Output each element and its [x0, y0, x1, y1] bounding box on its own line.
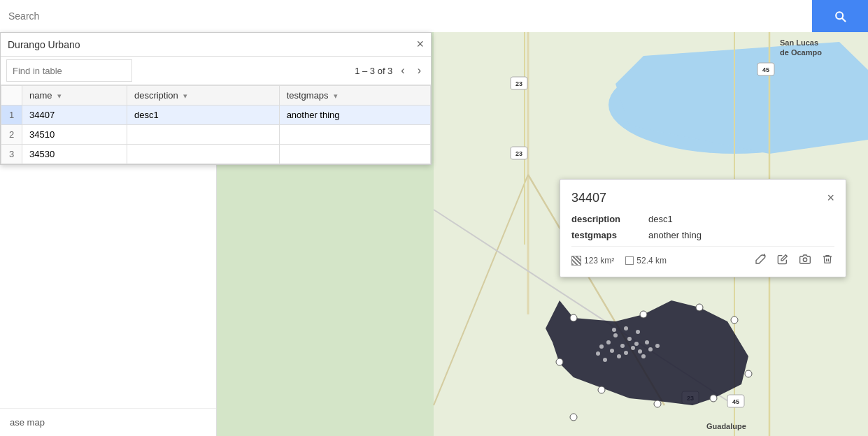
photo-button[interactable]	[798, 252, 812, 268]
col-sort-icon-desc: ▾	[183, 92, 187, 100]
svg-point-34	[606, 340, 611, 344]
svg-point-39	[610, 349, 614, 353]
svg-point-38	[634, 342, 639, 346]
pagination: 1 – 3 of 3 ‹ ›	[355, 63, 425, 78]
popup-row-description: description desc1	[571, 214, 834, 224]
svg-point-44	[645, 340, 649, 344]
popup-stats: 123 km² 52.4 km	[571, 246, 834, 268]
row-testgmaps-2[interactable]	[279, 145, 430, 164]
top-search-bar	[0, 0, 868, 32]
popup-stat-perimeter-value: 52.4 km	[636, 256, 667, 266]
table-row-0[interactable]: 1 34407 desc1 another thing	[1, 106, 431, 125]
popup-header: 34407 ×	[571, 191, 834, 205]
row-description-1[interactable]	[127, 125, 279, 145]
svg-point-25	[570, 314, 577, 321]
row-name-1[interactable]: 34510	[22, 125, 127, 145]
svg-point-46	[599, 344, 604, 349]
edit-button[interactable]	[776, 252, 790, 268]
row-num-1: 2	[1, 125, 22, 145]
popup-title: 34407	[571, 191, 606, 205]
svg-text:45: 45	[732, 398, 739, 405]
col-sort-icon-name: ▾	[57, 92, 62, 100]
table-col-description[interactable]: description ▾	[127, 86, 279, 106]
row-testgmaps-0[interactable]: another thing	[279, 106, 430, 125]
table-header-row: name ▾ description ▾ testgmaps ▾	[1, 86, 431, 106]
popup-row-testgmaps: testgmaps another thing	[571, 230, 834, 240]
pagination-next-button[interactable]: ›	[413, 63, 425, 78]
svg-point-31	[654, 400, 661, 407]
col-sort-icon-test: ▾	[334, 92, 338, 100]
svg-point-42	[631, 346, 635, 350]
table-close-button[interactable]: ×	[416, 37, 424, 52]
paint-icon	[755, 254, 766, 265]
svg-point-53	[636, 330, 640, 334]
feature-popup: 34407 × description desc1 testgmaps anot…	[560, 179, 846, 277]
svg-point-27	[696, 304, 703, 311]
popup-stat-area: 123 km²	[571, 256, 614, 266]
popup-label-description: description	[571, 214, 648, 224]
popup-stat-perimeter: 52.4 km	[625, 256, 667, 266]
area-stripe-icon	[571, 256, 581, 266]
row-num-2: 3	[1, 145, 22, 164]
svg-point-49	[641, 354, 646, 358]
svg-point-45	[648, 347, 653, 351]
sidebar-basemap[interactable]: ase map	[0, 408, 216, 436]
paint-button[interactable]	[753, 252, 767, 268]
search-icon	[833, 9, 847, 23]
delete-icon	[822, 254, 833, 265]
table-panel-title: Durango Urbano	[8, 39, 80, 50]
popup-value-testgmaps: another thing	[648, 230, 702, 240]
svg-point-57	[803, 258, 806, 261]
svg-point-26	[640, 311, 647, 318]
svg-point-37	[627, 337, 632, 341]
table-col-testgmaps[interactable]: testgmaps ▾	[279, 86, 430, 106]
delete-button[interactable]	[820, 252, 834, 268]
pagination-prev-button[interactable]: ‹	[397, 63, 408, 78]
row-testgmaps-1[interactable]	[279, 125, 430, 145]
top-search-button[interactable]	[812, 0, 868, 32]
perimeter-square-icon	[625, 256, 634, 265]
svg-point-51	[612, 328, 616, 332]
edit-icon	[777, 254, 788, 265]
svg-point-36	[620, 344, 625, 348]
table-row-1[interactable]: 2 34510	[1, 125, 431, 145]
svg-point-32	[598, 386, 605, 393]
row-description-0[interactable]: desc1	[127, 106, 279, 125]
svg-point-47	[596, 351, 600, 356]
svg-point-30	[710, 395, 717, 402]
svg-text:San Lucas: San Lucas	[780, 38, 818, 47]
svg-point-29	[745, 370, 752, 377]
table-panel: Durango Urbano × 1 – 3 of 3 ‹ › name ▾ d…	[0, 32, 432, 165]
svg-point-48	[603, 358, 607, 362]
row-description-2[interactable]	[127, 145, 279, 164]
table-row-2[interactable]: 3 34530	[1, 145, 431, 164]
svg-point-50	[655, 344, 660, 348]
svg-point-35	[613, 333, 618, 337]
svg-point-52	[624, 326, 628, 330]
table-col-num	[1, 86, 22, 106]
svg-text:de Ocampo: de Ocampo	[780, 48, 822, 57]
row-name-0[interactable]: 34407	[22, 106, 127, 125]
row-name-2[interactable]: 34530	[22, 145, 127, 164]
popup-value-description: desc1	[648, 214, 673, 224]
data-table: name ▾ description ▾ testgmaps ▾ 1 34407…	[1, 85, 431, 164]
find-in-table-input[interactable]	[6, 59, 132, 82]
svg-text:23: 23	[515, 150, 522, 157]
svg-point-24	[556, 358, 563, 365]
svg-text:23: 23	[515, 80, 522, 87]
row-num-0: 1	[1, 106, 22, 125]
svg-text:Guadalupe: Guadalupe	[706, 422, 746, 430]
top-search-input[interactable]	[0, 0, 812, 32]
popup-close-button[interactable]: ×	[827, 191, 834, 205]
svg-point-41	[624, 351, 628, 355]
svg-text:45: 45	[762, 66, 769, 73]
svg-point-40	[617, 354, 621, 358]
svg-point-33	[570, 414, 577, 421]
popup-label-testgmaps: testgmaps	[571, 230, 648, 240]
popup-actions	[753, 252, 834, 268]
popup-stat-area-value: 123 km²	[584, 256, 614, 266]
svg-point-43	[638, 349, 642, 354]
table-col-name[interactable]: name ▾	[22, 86, 127, 106]
table-panel-header: Durango Urbano ×	[1, 33, 431, 57]
table-toolbar: 1 – 3 of 3 ‹ ›	[1, 57, 431, 85]
